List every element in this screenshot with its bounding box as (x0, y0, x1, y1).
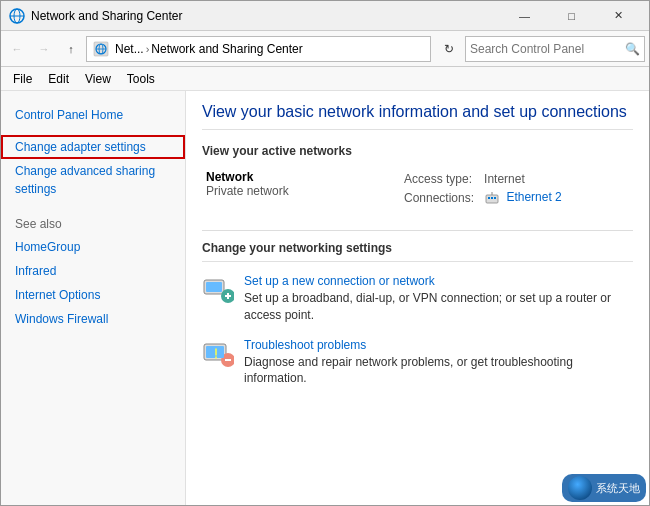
window-icon (9, 8, 25, 24)
settings-item-text-2: Troubleshoot problems Diagnose and repai… (244, 338, 633, 388)
address-box[interactable]: Net... › Network and Sharing Center (86, 36, 431, 62)
troubleshoot-icon (202, 338, 234, 370)
sidebar: Control Panel Home Change adapter settin… (1, 91, 186, 506)
ethernet-link[interactable]: Ethernet 2 (506, 190, 561, 204)
new-connection-icon (202, 274, 234, 306)
settings-item-new-connection: Set up a new connection or network Set u… (202, 274, 633, 324)
svg-rect-9 (491, 197, 493, 199)
svg-rect-8 (488, 197, 490, 199)
title-bar: Network and Sharing Center — □ ✕ (1, 1, 649, 31)
search-input[interactable] (470, 42, 625, 56)
new-connection-link[interactable]: Set up a new connection or network (244, 274, 633, 288)
maximize-button[interactable]: □ (549, 3, 594, 29)
network-name: Network (206, 170, 366, 184)
breadcrumb: Net... › Network and Sharing Center (93, 41, 424, 57)
content-heading: View your basic network information and … (202, 103, 633, 130)
troubleshoot-desc: Diagnose and repair network problems, or… (244, 355, 573, 386)
up-button[interactable]: ↑ (59, 37, 83, 61)
forward-button[interactable]: → (32, 37, 56, 61)
watermark-text: 系统天地 (596, 481, 640, 496)
window-title: Network and Sharing Center (31, 9, 502, 23)
change-settings-section: Change your networking settings Set up a… (202, 241, 633, 387)
sidebar-homegroup[interactable]: HomeGroup (1, 235, 185, 259)
content-area: View your basic network information and … (186, 91, 649, 506)
menu-tools[interactable]: Tools (119, 67, 163, 90)
access-type-value: Internet (480, 170, 566, 188)
svg-rect-20 (206, 346, 224, 358)
active-networks-title: View your active networks (202, 144, 633, 158)
troubleshoot-link[interactable]: Troubleshoot problems (244, 338, 633, 352)
ethernet-icon (484, 190, 500, 206)
network-type: Private network (206, 184, 366, 198)
menu-file[interactable]: File (5, 67, 40, 90)
settings-item-troubleshoot: Troubleshoot problems Diagnose and repai… (202, 338, 633, 388)
search-box[interactable]: 🔍 (465, 36, 645, 62)
minimize-button[interactable]: — (502, 3, 547, 29)
watermark: 系统天地 (562, 474, 646, 502)
section-divider (202, 230, 633, 231)
sidebar-infrared[interactable]: Infrared (1, 259, 185, 283)
sidebar-control-panel-home[interactable]: Control Panel Home (1, 103, 185, 127)
see-also-label: See also (1, 201, 185, 235)
network-table: Network Private network Access type: Int… (202, 168, 633, 214)
sidebar-change-advanced-sharing[interactable]: Change advanced sharingsettings (1, 159, 185, 201)
search-icon[interactable]: 🔍 (625, 42, 640, 56)
change-settings-title: Change your networking settings (202, 241, 633, 262)
sidebar-change-adapter-settings[interactable]: Change adapter settings (1, 135, 185, 159)
menu-edit[interactable]: Edit (40, 67, 77, 90)
main-layout: Control Panel Home Change adapter settin… (1, 91, 649, 506)
breadcrumb-sep1: › (146, 43, 150, 55)
menu-view[interactable]: View (77, 67, 119, 90)
window-controls: — □ ✕ (502, 3, 641, 29)
close-button[interactable]: ✕ (596, 3, 641, 29)
svg-rect-16 (206, 282, 222, 292)
svg-rect-10 (494, 197, 496, 199)
back-button[interactable]: ← (5, 37, 29, 61)
menu-bar: File Edit View Tools (1, 67, 649, 91)
breadcrumb-part2: Network and Sharing Center (151, 42, 302, 56)
sidebar-windows-firewall[interactable]: Windows Firewall (1, 307, 185, 331)
address-bar: ← → ↑ Net... › Network and Sharing Cente… (1, 31, 649, 67)
settings-item-text-1: Set up a new connection or network Set u… (244, 274, 633, 324)
new-connection-desc: Set up a broadband, dial-up, or VPN conn… (244, 291, 611, 322)
watermark-globe-icon (568, 476, 592, 500)
access-type-label: Access type: (400, 170, 480, 188)
connections-label: Connections: (400, 188, 480, 208)
sidebar-internet-options[interactable]: Internet Options (1, 283, 185, 307)
refresh-button[interactable]: ↻ (436, 36, 462, 62)
breadcrumb-part1: Net... (115, 42, 144, 56)
